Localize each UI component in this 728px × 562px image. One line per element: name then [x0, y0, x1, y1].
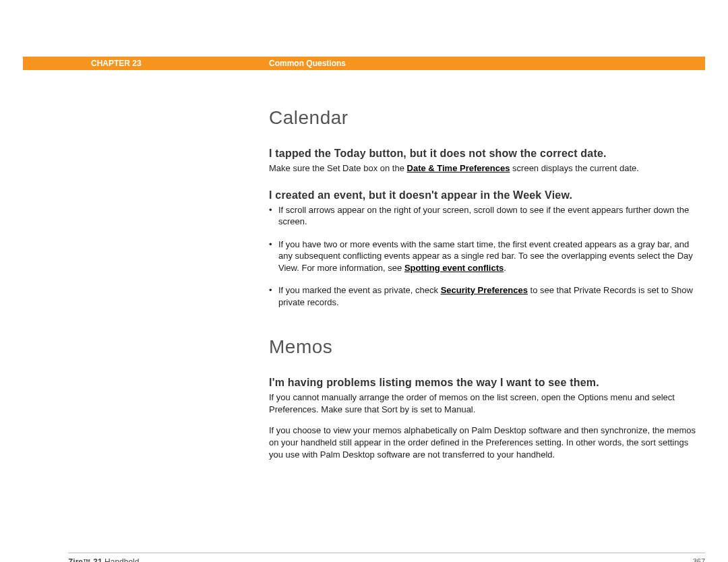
text: screen displays the current date. [510, 163, 639, 173]
question-today-button: I tapped the Today button, but it does n… [269, 148, 700, 160]
footer-product-rest: Handheld [102, 557, 140, 562]
footer-row: Zire™ 31 Handheld 367 [68, 557, 705, 562]
answer-today-button: Make sure the Set Date box on the Date &… [269, 162, 700, 175]
header-bar: CHAPTER 23 Common Questions [23, 57, 705, 70]
answer-memos-p1: If you cannot manually arrange the order… [269, 392, 700, 415]
footer-product-name: Zire™ 31 [68, 557, 102, 562]
answer-week-view-list: If scroll arrows appear on the right of … [269, 204, 700, 309]
footer-rule [68, 553, 705, 553]
text: If scroll arrows appear on the right of … [278, 205, 689, 227]
question-week-view: I created an event, but it doesn't appea… [269, 189, 700, 201]
link-security-preferences[interactable]: Security Preferences [441, 285, 528, 295]
answer-memos-p2: If you choose to view your memos alphabe… [269, 425, 700, 460]
section-memos: Memos I'm having problems listing memos … [269, 336, 700, 460]
footer: Zire™ 31 Handheld 367 [23, 553, 705, 562]
chapter-label: CHAPTER 23 [91, 59, 142, 68]
heading-calendar: Calendar [269, 107, 700, 129]
link-spotting-event-conflicts[interactable]: Spotting event conflicts [404, 263, 504, 273]
list-item: If you marked the event as private, chec… [269, 284, 700, 308]
page: CHAPTER 23 Common Questions Calendar I t… [23, 57, 705, 70]
footer-page-number: 367 [693, 557, 705, 562]
list-item: If you have two or more events with the … [269, 239, 700, 274]
heading-memos: Memos [269, 336, 700, 358]
text: . [504, 263, 506, 273]
question-memos-listing: I'm having problems listing memos the wa… [269, 377, 700, 389]
content-column: Calendar I tapped the Today button, but … [269, 107, 700, 470]
text: If you marked the event as private, chec… [278, 285, 441, 295]
list-item: If scroll arrows appear on the right of … [269, 204, 700, 228]
text: Make sure the Set Date box on the [269, 163, 407, 173]
link-date-time-preferences[interactable]: Date & Time Preferences [407, 163, 510, 173]
footer-product: Zire™ 31 Handheld [68, 557, 139, 562]
section-title: Common Questions [269, 59, 346, 68]
